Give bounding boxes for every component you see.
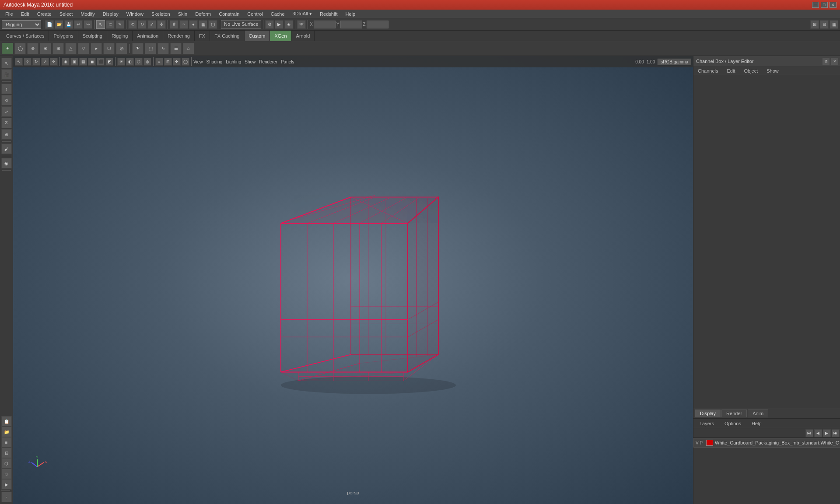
xgen-icon-8[interactable]: ▸ [91, 43, 102, 54]
vp-wireframe-btn[interactable]: ⬛ [97, 58, 105, 66]
ipr-render-button[interactable]: ◈ [284, 20, 293, 29]
cb-tab-show[interactable]: Show [762, 67, 783, 75]
vp-display1-btn[interactable]: ▣ [70, 58, 78, 66]
xgen-icon-5[interactable]: ⊞ [52, 43, 64, 54]
menu-edit[interactable]: Edit [18, 10, 33, 18]
layer-color-swatch[interactable] [706, 440, 713, 446]
misc-btn[interactable]: ⋮ [1, 492, 12, 502]
tab-animation[interactable]: Animation [133, 31, 163, 41]
xgen-icon-6[interactable]: △ [65, 43, 77, 54]
xgen-icon-10[interactable]: ◎ [116, 43, 127, 54]
xgen-icon-15[interactable]: ⌂ [183, 43, 194, 54]
layer-nav-prev[interactable]: ◀ [814, 429, 822, 437]
lasso-select-button[interactable]: ⊂ [106, 20, 115, 29]
node-editor-btn[interactable]: ⬡ [1, 458, 12, 469]
vp-panels-menu[interactable]: Panels [281, 60, 294, 64]
xgen-icon-11[interactable]: ⧨ [132, 43, 144, 54]
cb-tab-object[interactable]: Object [739, 67, 762, 75]
custom-layout-icon[interactable]: ⊟ [820, 20, 829, 29]
universal-tool-button[interactable]: ✛ [157, 20, 166, 29]
undo-button[interactable]: ↩ [74, 20, 83, 29]
xgen-icon-4[interactable]: ⊗ [40, 43, 51, 54]
options-sub-tab[interactable]: Options [720, 420, 746, 427]
xgen-icon-9[interactable]: ⬡ [103, 43, 115, 54]
layer-row[interactable]: V P White_Cardboard_Packaginig_Box_mb_st… [693, 438, 840, 448]
menu-redshift[interactable]: Redshift [316, 10, 341, 18]
x-coord-input[interactable] [314, 21, 336, 28]
panel-layout-icon[interactable]: ▦ [830, 20, 838, 29]
menu-skeleton[interactable]: Skeleton [148, 10, 174, 18]
snap-view-button[interactable]: ▢ [208, 20, 217, 29]
vp-hud-btn[interactable]: ⊞ [164, 58, 172, 66]
menu-help[interactable]: Help [342, 10, 359, 18]
shear-tool-left[interactable]: ⧖ [1, 118, 12, 128]
module-selector[interactable]: Rigging [2, 20, 41, 29]
layer-nav-first[interactable]: ⏮ [805, 429, 813, 437]
tab-fx-caching[interactable]: FX Caching [210, 31, 244, 41]
scale-tool-left[interactable]: ⤢ [1, 106, 12, 117]
vp-display3-btn[interactable]: ◼ [88, 58, 96, 66]
hotbox-icon[interactable]: ⊞ [810, 20, 819, 29]
menu-constrain[interactable]: Constrain [215, 10, 243, 18]
menu-modify[interactable]: Modify [77, 10, 98, 18]
vp-move-btn[interactable]: ⊹ [24, 58, 32, 66]
xgen-icon-13[interactable]: ⤿ [158, 43, 169, 54]
vp-grid-btn[interactable]: # [155, 58, 163, 66]
open-scene-button[interactable]: 📂 [55, 20, 63, 29]
move-tool-button[interactable]: ⟲ [128, 20, 137, 29]
save-scene-button[interactable]: 💾 [64, 20, 73, 29]
tab-fx[interactable]: FX [195, 31, 210, 41]
vp-view-menu[interactable]: View [193, 60, 203, 64]
cb-tab-channels[interactable]: Channels [693, 67, 722, 75]
xgen-icon-12[interactable]: ⬚ [145, 43, 156, 54]
layers-sub-tab[interactable]: Layers [695, 420, 718, 427]
tab-xgen[interactable]: XGen [270, 31, 291, 41]
move-tool-left[interactable]: ↕ [1, 84, 12, 94]
hypershade-btn[interactable]: ◇ [1, 469, 12, 479]
xgen-icon-7[interactable]: ▽ [78, 43, 89, 54]
menu-control[interactable]: Control [244, 10, 266, 18]
layer-nav-next[interactable]: ▶ [823, 429, 831, 437]
snap-curve-button[interactable]: ~ [179, 20, 188, 29]
snap-point-button[interactable]: ● [189, 20, 198, 29]
render-settings-button[interactable]: ⚙ [265, 20, 274, 29]
channels-btn[interactable]: ≡ [1, 437, 12, 448]
render-view-btn[interactable]: ▶ [1, 479, 12, 490]
channel-box-close-btn[interactable]: ✕ [831, 57, 839, 65]
menu-cache[interactable]: Cache [267, 10, 288, 18]
menu-deform[interactable]: Deform [192, 10, 214, 18]
menu-file[interactable]: File [2, 10, 17, 18]
vp-lighting-menu[interactable]: Lighting [226, 60, 241, 64]
menu-3dtoall[interactable]: 3DtoAll ▾ [289, 10, 316, 18]
xgen-icon-3[interactable]: ⊕ [27, 43, 38, 54]
menu-window[interactable]: Window [123, 10, 147, 18]
vp-camera-btn[interactable]: ◉ [62, 58, 70, 66]
y-coord-input[interactable] [340, 21, 362, 28]
new-scene-button[interactable]: 📄 [45, 20, 54, 29]
select-tool-button[interactable]: ↖ [96, 20, 105, 29]
vp-rotate-btn[interactable]: ↻ [32, 58, 40, 66]
paint-select-button[interactable]: ✎ [116, 20, 124, 29]
show-hide-button[interactable]: 👁 [297, 20, 306, 29]
camera-move-button[interactable]: 🎥 [1, 69, 12, 80]
vp-select-btn[interactable]: ↖ [15, 58, 23, 66]
gamma-selector[interactable]: sRGB gamma [658, 59, 691, 65]
vp-light-btn[interactable]: ☀ [117, 58, 125, 66]
rotate-tool-button[interactable]: ↻ [138, 20, 147, 29]
vp-renderer-menu[interactable]: Renderer [259, 60, 277, 64]
vp-select-mask-btn[interactable]: ✥ [173, 58, 181, 66]
cb-tab-edit[interactable]: Edit [722, 67, 739, 75]
tab-arnold[interactable]: Arnold [292, 31, 315, 41]
menu-display[interactable]: Display [99, 10, 122, 18]
vp-scale-btn[interactable]: ⤢ [41, 58, 49, 66]
dr-tab-render[interactable]: Render [721, 410, 747, 417]
maximize-button[interactable]: □ [821, 2, 828, 8]
layer-btn[interactable]: ⊟ [1, 448, 12, 458]
vp-ao-btn[interactable]: ◍ [144, 58, 151, 66]
dr-tab-display[interactable]: Display [695, 410, 721, 417]
rotate-tool-left[interactable]: ↻ [1, 95, 12, 105]
no-live-surface-button[interactable]: No Live Surface [221, 20, 261, 29]
vp-shadow-btn[interactable]: ◐ [126, 58, 134, 66]
viewport[interactable]: ↖ ⊹ ↻ ⤢ ✛ ◉ ▣ ▦ ◼ ⬛ ◩ ☀ ◐ ⬡ ◍ # ⊞ ✥ ◯ Vi… [13, 56, 693, 504]
redo-button[interactable]: ↪ [84, 20, 92, 29]
